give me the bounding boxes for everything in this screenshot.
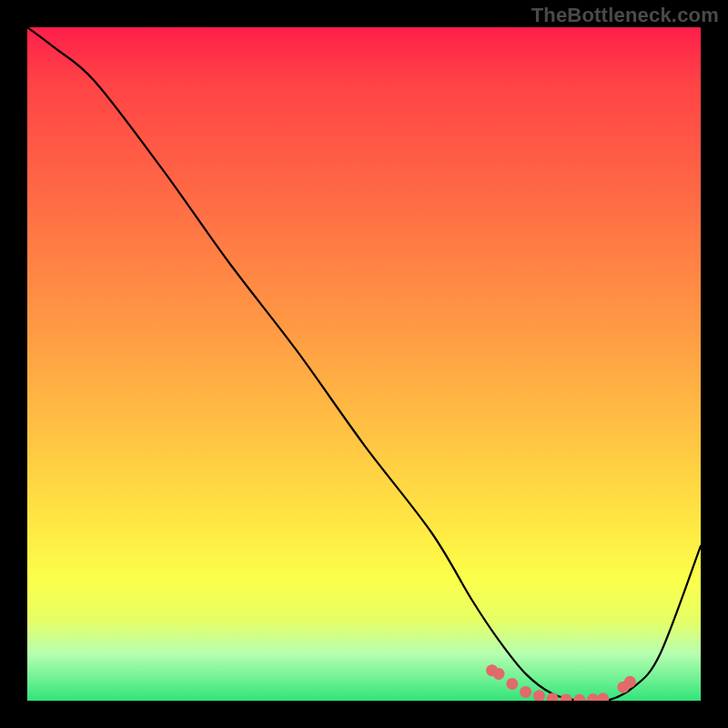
- marker-group: [486, 664, 636, 701]
- marker-dot: [506, 678, 518, 690]
- marker-dot: [493, 668, 505, 680]
- marker-dot: [624, 676, 636, 688]
- bottleneck-curve-path: [27, 27, 701, 701]
- watermark-text: TheBottleneck.com: [531, 4, 719, 27]
- plot-area: [27, 27, 701, 701]
- marker-dot: [533, 690, 545, 701]
- marker-dot: [597, 693, 609, 701]
- marker-dot: [587, 693, 599, 701]
- chart-frame: TheBottleneck.com: [0, 0, 728, 728]
- marker-dot: [520, 686, 531, 698]
- marker-dot: [561, 693, 572, 701]
- marker-dot: [573, 694, 585, 701]
- curve-layer: [27, 27, 701, 701]
- marker-dot: [547, 693, 559, 701]
